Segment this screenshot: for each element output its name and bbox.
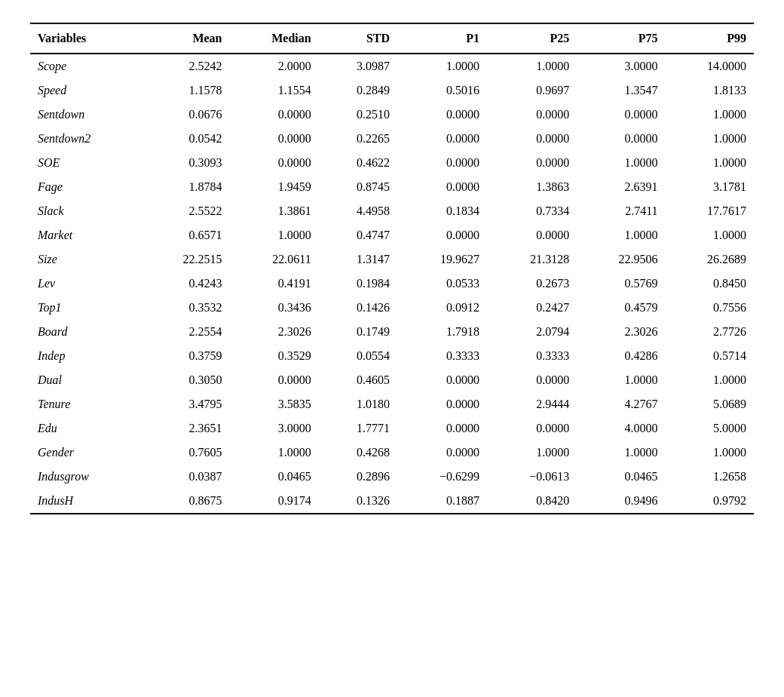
cell-value: 1.3547	[577, 78, 665, 103]
cell-value: 2.9444	[487, 392, 577, 416]
cell-value: 0.0000	[487, 151, 577, 175]
cell-value: 0.4286	[577, 344, 665, 368]
cell-value: 0.3759	[141, 344, 229, 368]
column-header-variables: Variables	[30, 23, 141, 54]
cell-value: 0.0000	[487, 127, 577, 151]
cell-value: 0.2427	[487, 296, 577, 320]
cell-value: 1.3863	[487, 175, 577, 199]
cell-value: 0.0542	[141, 127, 229, 151]
table-row: SOE0.30930.00000.46220.00000.00001.00001…	[30, 151, 754, 175]
variable-name: Sentdown2	[30, 127, 141, 151]
variable-name: Tenure	[30, 392, 141, 416]
cell-value: 0.5769	[577, 272, 665, 296]
variable-name: Size	[30, 247, 141, 272]
cell-value: 2.3651	[141, 416, 229, 441]
table-body: Scope2.52422.00003.09871.00001.00003.000…	[30, 54, 754, 514]
cell-value: 1.0000	[577, 223, 665, 247]
cell-value: 0.0000	[397, 416, 487, 441]
cell-value: 0.9496	[577, 489, 665, 514]
statistics-table: VariablesMeanMedianSTDP1P25P75P99 Scope2…	[30, 23, 754, 514]
cell-value: 0.2673	[487, 272, 577, 296]
table-row: Sentdown0.06760.00000.25100.00000.00000.…	[30, 103, 754, 127]
cell-value: 0.9792	[666, 489, 754, 514]
cell-value: 0.3050	[141, 368, 229, 392]
cell-value: 4.2767	[577, 392, 665, 416]
cell-value: 0.3333	[487, 344, 577, 368]
cell-value: 1.0000	[666, 441, 754, 465]
cell-value: 4.4958	[319, 199, 397, 223]
cell-value: 22.0611	[230, 247, 319, 272]
cell-value: 0.0676	[141, 103, 229, 127]
cell-value: 0.0000	[230, 151, 319, 175]
cell-value: 0.1834	[397, 199, 487, 223]
cell-value: 0.4622	[319, 151, 397, 175]
cell-value: 2.7411	[577, 199, 665, 223]
cell-value: 0.0000	[230, 368, 319, 392]
cell-value: 0.0000	[577, 103, 665, 127]
cell-value: 5.0689	[666, 392, 754, 416]
cell-value: 0.0387	[141, 465, 229, 489]
cell-value: 0.7556	[666, 296, 754, 320]
cell-value: 4.0000	[577, 416, 665, 441]
cell-value: 21.3128	[487, 247, 577, 272]
cell-value: 14.0000	[666, 54, 754, 78]
table-row: Gender0.76051.00000.42680.00001.00001.00…	[30, 441, 754, 465]
cell-value: 3.4795	[141, 392, 229, 416]
cell-value: 3.5835	[230, 392, 319, 416]
table-row: Speed1.15781.15540.28490.50160.96971.354…	[30, 78, 754, 103]
column-header-mean: Mean	[141, 23, 229, 54]
cell-value: 1.8133	[666, 78, 754, 103]
cell-value: 5.0000	[666, 416, 754, 441]
cell-value: 0.0000	[397, 103, 487, 127]
cell-value: 0.8420	[487, 489, 577, 514]
cell-value: 1.3861	[230, 199, 319, 223]
cell-value: 0.4268	[319, 441, 397, 465]
variable-name: Speed	[30, 78, 141, 103]
table-row: Board2.25542.30260.17491.79182.07942.302…	[30, 320, 754, 344]
variable-name: Market	[30, 223, 141, 247]
cell-value: 0.8675	[141, 489, 229, 514]
cell-value: 0.2265	[319, 127, 397, 151]
variable-name: Sentdown	[30, 103, 141, 127]
column-header-std: STD	[319, 23, 397, 54]
cell-value: 0.0465	[577, 465, 665, 489]
cell-value: 0.0533	[397, 272, 487, 296]
cell-value: 1.0000	[666, 368, 754, 392]
cell-value: 0.0000	[487, 368, 577, 392]
cell-value: 3.1781	[666, 175, 754, 199]
cell-value: 0.1326	[319, 489, 397, 514]
cell-value: 1.0000	[577, 441, 665, 465]
cell-value: 0.5714	[666, 344, 754, 368]
cell-value: 0.4605	[319, 368, 397, 392]
cell-value: 1.7918	[397, 320, 487, 344]
cell-value: 0.0000	[487, 416, 577, 441]
cell-value: 0.0000	[397, 175, 487, 199]
cell-value: 2.6391	[577, 175, 665, 199]
cell-value: −0.0613	[487, 465, 577, 489]
cell-value: 0.3093	[141, 151, 229, 175]
cell-value: 0.0000	[397, 151, 487, 175]
cell-value: 0.0912	[397, 296, 487, 320]
cell-value: 1.0000	[666, 151, 754, 175]
cell-value: 1.0000	[230, 441, 319, 465]
table-row: Slack2.55221.38614.49580.18340.73342.741…	[30, 199, 754, 223]
cell-value: 22.9506	[577, 247, 665, 272]
table-row: Market0.65711.00000.47470.00000.00001.00…	[30, 223, 754, 247]
table-header-row: VariablesMeanMedianSTDP1P25P75P99	[30, 23, 754, 54]
cell-value: 26.2689	[666, 247, 754, 272]
table-row: Tenure3.47953.58351.01800.00002.94444.27…	[30, 392, 754, 416]
cell-value: 0.5016	[397, 78, 487, 103]
cell-value: 0.0000	[487, 223, 577, 247]
cell-value: 0.1749	[319, 320, 397, 344]
cell-value: 0.1426	[319, 296, 397, 320]
cell-value: 0.9697	[487, 78, 577, 103]
cell-value: 0.2510	[319, 103, 397, 127]
cell-value: 0.0000	[397, 223, 487, 247]
variable-name: Indusgrow	[30, 465, 141, 489]
cell-value: 0.0465	[230, 465, 319, 489]
variable-name: Fage	[30, 175, 141, 199]
cell-value: 0.6571	[141, 223, 229, 247]
table-row: Lev0.42430.41910.19840.05330.26730.57690…	[30, 272, 754, 296]
cell-value: 3.0987	[319, 54, 397, 78]
variable-name: Edu	[30, 416, 141, 441]
